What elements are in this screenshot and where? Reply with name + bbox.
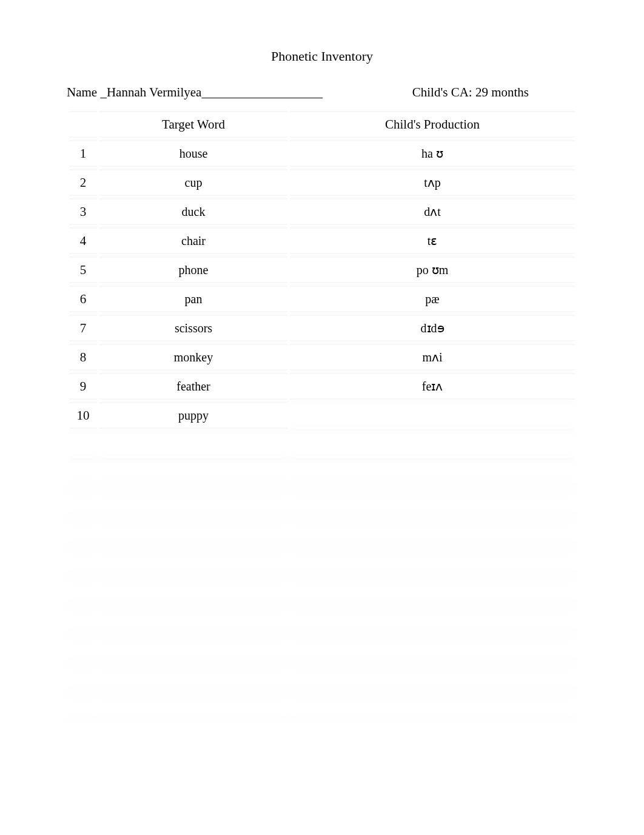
table-header-row: Target Word Child's Production — [69, 111, 575, 138]
name-value: Hannah Vermilyea — [107, 85, 201, 99]
row-target: cup — [99, 169, 287, 196]
row-num — [69, 489, 97, 516]
table-row — [69, 606, 575, 632]
table-wrap: Target Word Child's Production 1 house h… — [67, 109, 577, 722]
table-row: 5 phone po ʊm — [69, 257, 575, 283]
row-num: 8 — [69, 344, 97, 371]
col-header-num — [69, 111, 97, 138]
row-num: 1 — [69, 140, 97, 167]
row-num — [69, 460, 97, 487]
row-target: house — [99, 140, 287, 167]
name-section: Name _Hannah Vermilyea__________________… — [67, 85, 323, 100]
row-num — [69, 693, 97, 720]
col-header-production: Child's Production — [290, 111, 575, 138]
table-row — [69, 635, 575, 662]
row-production — [290, 606, 575, 632]
table-row — [69, 577, 575, 603]
row-target — [99, 577, 287, 603]
ca-section: Child's CA: 29 months — [412, 85, 577, 100]
ca-label: Child's CA: — [412, 85, 475, 99]
row-target — [99, 693, 287, 720]
table-body: 1 house ha ʊ 2 cup tʌp 3 duck dʌt 4 chai… — [69, 140, 575, 720]
row-production — [290, 518, 575, 545]
row-num: 10 — [69, 402, 97, 429]
row-production: tɛ — [290, 227, 575, 254]
row-production — [290, 402, 575, 429]
row-production — [290, 577, 575, 603]
row-num — [69, 518, 97, 545]
table-row: 2 cup tʌp — [69, 169, 575, 196]
row-production: dɪdɘ — [290, 315, 575, 341]
row-production — [290, 489, 575, 516]
row-num: 3 — [69, 198, 97, 225]
table-row — [69, 664, 575, 691]
row-target — [99, 548, 287, 574]
table-row: 6 pan pæ — [69, 286, 575, 312]
row-num — [69, 577, 97, 603]
row-target: scissors — [99, 315, 287, 341]
row-num: 9 — [69, 373, 97, 400]
row-num — [69, 606, 97, 632]
row-num: 5 — [69, 257, 97, 283]
table-row: 8 monkey mʌi — [69, 344, 575, 371]
row-num: 2 — [69, 169, 97, 196]
row-target: chair — [99, 227, 287, 254]
table-row — [69, 518, 575, 545]
col-header-target: Target Word — [99, 111, 287, 138]
row-num — [69, 635, 97, 662]
row-production: mʌi — [290, 344, 575, 371]
name-label: Name _ — [67, 85, 107, 99]
row-target: monkey — [99, 344, 287, 371]
table-row — [69, 431, 575, 458]
row-production: pæ — [290, 286, 575, 312]
table-row: 10 puppy — [69, 402, 575, 429]
row-target — [99, 431, 287, 458]
table-row — [69, 548, 575, 574]
row-num — [69, 664, 97, 691]
row-production — [290, 664, 575, 691]
table-row: 3 duck dʌt — [69, 198, 575, 225]
row-production: po ʊm — [290, 257, 575, 283]
row-target — [99, 518, 287, 545]
table-row — [69, 460, 575, 487]
row-target: duck — [99, 198, 287, 225]
table-row: 7 scissors dɪdɘ — [69, 315, 575, 341]
ca-value: 29 months — [475, 85, 529, 99]
row-target — [99, 460, 287, 487]
table-row — [69, 693, 575, 720]
row-target — [99, 664, 287, 691]
row-production — [290, 548, 575, 574]
row-target: pan — [99, 286, 287, 312]
row-target — [99, 489, 287, 516]
row-num — [69, 431, 97, 458]
row-target — [99, 635, 287, 662]
row-num — [69, 548, 97, 574]
row-num: 4 — [69, 227, 97, 254]
row-production — [290, 460, 575, 487]
row-num: 7 — [69, 315, 97, 341]
header-row: Name _Hannah Vermilyea__________________… — [67, 85, 577, 100]
row-production: ha ʊ — [290, 140, 575, 167]
row-target — [99, 606, 287, 632]
row-production: tʌp — [290, 169, 575, 196]
row-production — [290, 693, 575, 720]
table-row: 9 feather feɪʌ — [69, 373, 575, 400]
name-underline: ___________________ — [201, 85, 323, 99]
row-production — [290, 635, 575, 662]
row-num: 6 — [69, 286, 97, 312]
phonetic-table: Target Word Child's Production 1 house h… — [67, 109, 577, 722]
row-production — [290, 431, 575, 458]
row-target: phone — [99, 257, 287, 283]
table-row — [69, 489, 575, 516]
row-production: feɪʌ — [290, 373, 575, 400]
table-row: 1 house ha ʊ — [69, 140, 575, 167]
row-target: puppy — [99, 402, 287, 429]
page-title: Phonetic Inventory — [67, 49, 577, 64]
table-row: 4 chair tɛ — [69, 227, 575, 254]
row-target: feather — [99, 373, 287, 400]
row-production: dʌt — [290, 198, 575, 225]
